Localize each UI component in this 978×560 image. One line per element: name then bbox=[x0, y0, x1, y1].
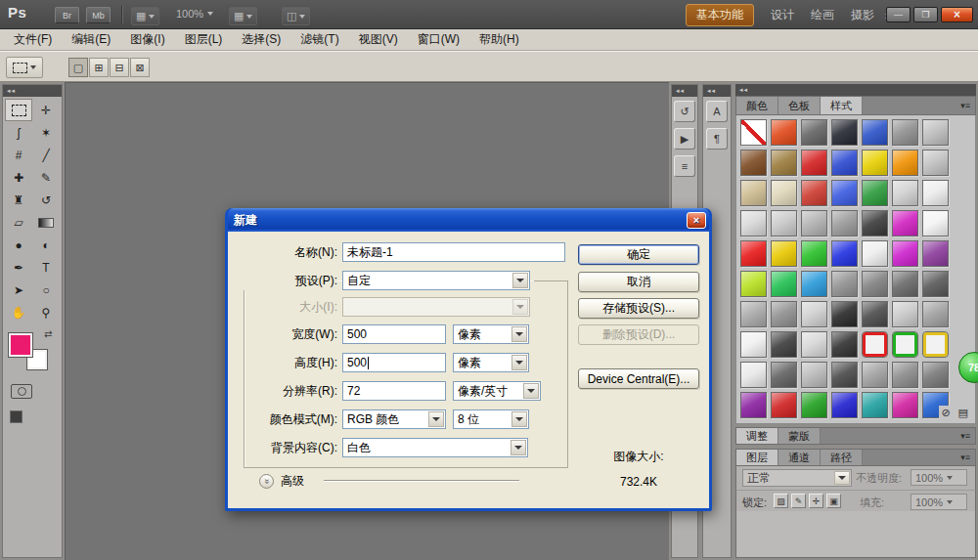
lock-transparency-icon[interactable]: ▨ bbox=[774, 494, 788, 508]
style-swatch-3[interactable] bbox=[831, 119, 858, 146]
style-swatch-23[interactable] bbox=[801, 210, 827, 237]
resolution-unit-select[interactable]: 像素/英寸 bbox=[453, 381, 541, 401]
style-swatch-51[interactable] bbox=[801, 331, 827, 358]
dock2-collapse-bar[interactable]: ◂◂ bbox=[703, 85, 731, 97]
selection-mode-button-0[interactable]: ▢ bbox=[68, 58, 88, 77]
style-swatch-1[interactable] bbox=[771, 119, 797, 146]
menu-item-2[interactable]: 图像(I) bbox=[120, 29, 174, 50]
layers-dock-tab-0[interactable]: 图层 bbox=[736, 450, 778, 465]
style-swatch-65[interactable] bbox=[801, 392, 827, 418]
menu-item-4[interactable]: 选择(S) bbox=[232, 29, 290, 50]
bridge-button[interactable]: Br bbox=[55, 7, 79, 23]
pen-tool[interactable]: ✒ bbox=[5, 256, 32, 279]
opacity-input[interactable]: 100% bbox=[911, 469, 967, 486]
style-swatch-34[interactable] bbox=[922, 240, 949, 267]
style-swatch-52[interactable] bbox=[831, 331, 858, 358]
style-swatch-7[interactable] bbox=[740, 150, 767, 176]
panel-menu-icon[interactable]: ▾≡ bbox=[960, 101, 975, 110]
adjustments-dock-tab-1[interactable]: 蒙版 bbox=[778, 428, 821, 444]
swap-colors-icon[interactable]: ⇄ bbox=[44, 328, 52, 339]
selection-mode-button-3[interactable]: ⊠ bbox=[130, 58, 150, 77]
style-swatch-14[interactable] bbox=[740, 180, 767, 206]
style-swatch-12[interactable] bbox=[892, 150, 918, 176]
style-swatch-9[interactable] bbox=[801, 150, 827, 176]
style-swatch-8[interactable] bbox=[771, 150, 797, 176]
style-swatch-32[interactable] bbox=[862, 240, 888, 267]
style-swatch-44[interactable] bbox=[801, 301, 827, 327]
workspace-button-1[interactable]: 设计 bbox=[771, 7, 794, 23]
menu-item-3[interactable]: 图层(L) bbox=[175, 29, 233, 50]
panel-menu-icon[interactable]: ▾≡ bbox=[960, 431, 975, 441]
styles-dock-tab-1[interactable]: 色板 bbox=[778, 97, 821, 114]
paragraph-panel-icon[interactable]: ¶ bbox=[706, 128, 728, 150]
style-swatch-20[interactable] bbox=[922, 180, 949, 206]
save-preset-button[interactable]: 存储预设(S)... bbox=[578, 298, 699, 319]
style-swatch-11[interactable] bbox=[862, 150, 888, 176]
workspace-button-2[interactable]: 绘画 bbox=[811, 7, 834, 23]
style-swatch-15[interactable] bbox=[771, 180, 797, 206]
style-swatch-4[interactable] bbox=[862, 119, 888, 146]
style-swatch-50[interactable] bbox=[771, 331, 797, 358]
style-swatch-41[interactable] bbox=[922, 271, 949, 297]
arrange-documents-button[interactable]: ▦ bbox=[229, 7, 257, 25]
height-input[interactable]: 500 bbox=[342, 353, 446, 372]
width-input[interactable]: 500 bbox=[342, 324, 446, 344]
minibridge-button[interactable]: Mb bbox=[86, 7, 111, 23]
style-swatch-29[interactable] bbox=[771, 240, 797, 267]
style-swatch-58[interactable] bbox=[801, 362, 827, 388]
close-button[interactable]: × bbox=[941, 7, 973, 22]
menu-item-8[interactable]: 帮助(H) bbox=[469, 29, 529, 50]
background-contents-select[interactable]: 白色 bbox=[342, 438, 528, 457]
style-swatch-56[interactable] bbox=[740, 362, 767, 388]
style-swatch-42[interactable] bbox=[740, 301, 767, 327]
blur-tool[interactable]: ● bbox=[5, 234, 32, 256]
workspace-button-0[interactable]: 基本功能 bbox=[686, 4, 754, 26]
foreground-color-swatch[interactable] bbox=[9, 333, 32, 357]
eraser-tool[interactable]: ▱ bbox=[5, 211, 32, 234]
style-swatch-18[interactable] bbox=[862, 180, 888, 206]
style-swatch-21[interactable] bbox=[740, 210, 767, 237]
style-swatch-2[interactable] bbox=[801, 119, 827, 146]
style-swatch-35[interactable] bbox=[740, 271, 767, 297]
style-swatch-60[interactable] bbox=[862, 362, 888, 388]
main-dock-collapse-bar[interactable]: ◂◂ bbox=[735, 84, 976, 96]
style-swatch-57[interactable] bbox=[771, 362, 797, 388]
crop-tool[interactable]: # bbox=[5, 144, 32, 166]
style-swatch-0[interactable] bbox=[740, 119, 767, 146]
style-swatch-38[interactable] bbox=[831, 271, 858, 297]
selection-mode-button-1[interactable]: ⊞ bbox=[89, 58, 109, 77]
style-swatch-64[interactable] bbox=[771, 392, 797, 418]
style-swatch-26[interactable] bbox=[892, 210, 918, 237]
style-swatch-47[interactable] bbox=[892, 301, 918, 327]
size-select[interactable] bbox=[342, 297, 530, 317]
menu-item-1[interactable]: 编辑(E) bbox=[62, 29, 120, 50]
style-swatch-59[interactable] bbox=[831, 362, 858, 388]
style-swatch-55[interactable] bbox=[922, 331, 949, 358]
gradient-tool[interactable] bbox=[32, 211, 60, 234]
style-swatch-5[interactable] bbox=[892, 119, 918, 146]
style-swatch-33[interactable] bbox=[892, 240, 918, 267]
view-extras-button[interactable]: ▦ bbox=[131, 7, 159, 25]
style-swatch-27[interactable] bbox=[922, 210, 949, 237]
style-swatch-45[interactable] bbox=[831, 301, 858, 327]
zoom-level-button[interactable]: 100% bbox=[176, 8, 213, 20]
menu-item-6[interactable]: 视图(V) bbox=[349, 29, 408, 50]
panel-menu-icon[interactable]: ▾≡ bbox=[960, 452, 975, 462]
style-swatch-22[interactable] bbox=[771, 210, 797, 237]
style-swatch-17[interactable] bbox=[831, 180, 858, 206]
tool-preset-picker[interactable] bbox=[6, 57, 43, 78]
style-swatch-54[interactable] bbox=[892, 331, 918, 358]
fill-input[interactable]: 100% bbox=[911, 494, 967, 510]
dialog-titlebar[interactable]: 新建 × bbox=[228, 208, 709, 232]
style-swatch-49[interactable] bbox=[740, 331, 767, 358]
style-swatch-10[interactable] bbox=[831, 150, 858, 176]
clear-style-icon[interactable]: ⊘ bbox=[941, 407, 950, 419]
layers-dock-tab-2[interactable]: 路径 bbox=[821, 450, 863, 465]
adjustments-dock-tab-0[interactable]: 调整 bbox=[736, 428, 778, 444]
hand-tool[interactable]: ✋ bbox=[5, 301, 32, 323]
tool-presets-panel-icon[interactable]: ≡ bbox=[674, 155, 695, 177]
style-swatch-36[interactable] bbox=[771, 271, 797, 297]
styles-dock-tab-0[interactable]: 颜色 bbox=[736, 97, 778, 114]
style-swatch-48[interactable] bbox=[922, 301, 949, 327]
menu-item-5[interactable]: 滤镜(T) bbox=[290, 29, 348, 50]
